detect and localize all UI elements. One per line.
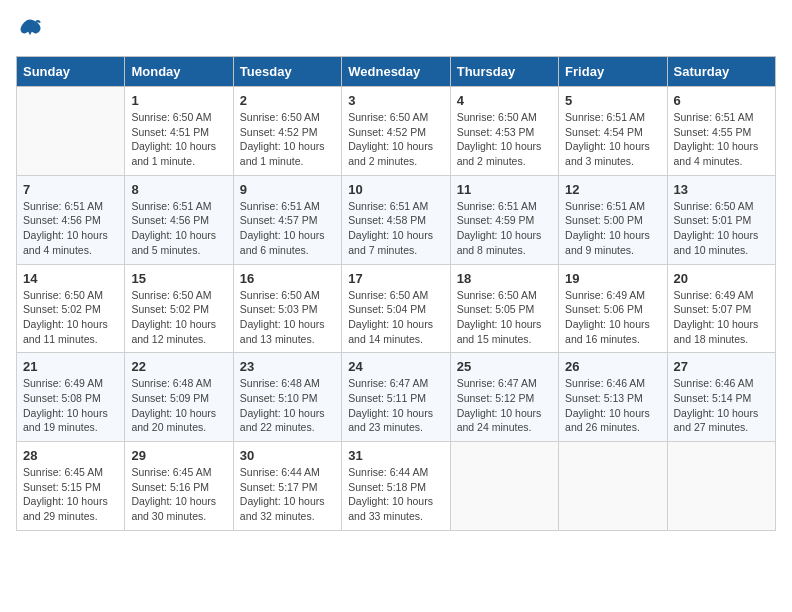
day-info: Sunrise: 6:50 AM Sunset: 4:52 PM Dayligh… bbox=[348, 110, 443, 169]
calendar-cell: 25Sunrise: 6:47 AM Sunset: 5:12 PM Dayli… bbox=[450, 353, 558, 442]
calendar-cell: 5Sunrise: 6:51 AM Sunset: 4:54 PM Daylig… bbox=[559, 87, 667, 176]
calendar-cell bbox=[667, 442, 775, 531]
calendar-cell: 20Sunrise: 6:49 AM Sunset: 5:07 PM Dayli… bbox=[667, 264, 775, 353]
day-info: Sunrise: 6:50 AM Sunset: 5:01 PM Dayligh… bbox=[674, 199, 769, 258]
bird-icon bbox=[16, 16, 44, 44]
calendar-cell: 10Sunrise: 6:51 AM Sunset: 4:58 PM Dayli… bbox=[342, 175, 450, 264]
calendar-cell: 23Sunrise: 6:48 AM Sunset: 5:10 PM Dayli… bbox=[233, 353, 341, 442]
calendar-cell: 4Sunrise: 6:50 AM Sunset: 4:53 PM Daylig… bbox=[450, 87, 558, 176]
calendar-cell: 8Sunrise: 6:51 AM Sunset: 4:56 PM Daylig… bbox=[125, 175, 233, 264]
day-info: Sunrise: 6:50 AM Sunset: 5:05 PM Dayligh… bbox=[457, 288, 552, 347]
day-number: 17 bbox=[348, 271, 443, 286]
day-number: 6 bbox=[674, 93, 769, 108]
day-number: 26 bbox=[565, 359, 660, 374]
day-number: 2 bbox=[240, 93, 335, 108]
calendar-cell: 18Sunrise: 6:50 AM Sunset: 5:05 PM Dayli… bbox=[450, 264, 558, 353]
day-number: 19 bbox=[565, 271, 660, 286]
column-header-tuesday: Tuesday bbox=[233, 57, 341, 87]
calendar-cell: 27Sunrise: 6:46 AM Sunset: 5:14 PM Dayli… bbox=[667, 353, 775, 442]
calendar-cell: 2Sunrise: 6:50 AM Sunset: 4:52 PM Daylig… bbox=[233, 87, 341, 176]
day-info: Sunrise: 6:50 AM Sunset: 5:03 PM Dayligh… bbox=[240, 288, 335, 347]
day-info: Sunrise: 6:51 AM Sunset: 5:00 PM Dayligh… bbox=[565, 199, 660, 258]
day-info: Sunrise: 6:51 AM Sunset: 4:59 PM Dayligh… bbox=[457, 199, 552, 258]
calendar-cell: 14Sunrise: 6:50 AM Sunset: 5:02 PM Dayli… bbox=[17, 264, 125, 353]
calendar-week-3: 14Sunrise: 6:50 AM Sunset: 5:02 PM Dayli… bbox=[17, 264, 776, 353]
calendar-week-5: 28Sunrise: 6:45 AM Sunset: 5:15 PM Dayli… bbox=[17, 442, 776, 531]
day-info: Sunrise: 6:47 AM Sunset: 5:11 PM Dayligh… bbox=[348, 376, 443, 435]
calendar-week-2: 7Sunrise: 6:51 AM Sunset: 4:56 PM Daylig… bbox=[17, 175, 776, 264]
day-number: 29 bbox=[131, 448, 226, 463]
column-header-wednesday: Wednesday bbox=[342, 57, 450, 87]
day-number: 10 bbox=[348, 182, 443, 197]
day-number: 21 bbox=[23, 359, 118, 374]
day-info: Sunrise: 6:51 AM Sunset: 4:55 PM Dayligh… bbox=[674, 110, 769, 169]
calendar-cell: 1Sunrise: 6:50 AM Sunset: 4:51 PM Daylig… bbox=[125, 87, 233, 176]
calendar-cell: 21Sunrise: 6:49 AM Sunset: 5:08 PM Dayli… bbox=[17, 353, 125, 442]
day-info: Sunrise: 6:50 AM Sunset: 5:04 PM Dayligh… bbox=[348, 288, 443, 347]
day-info: Sunrise: 6:50 AM Sunset: 4:52 PM Dayligh… bbox=[240, 110, 335, 169]
calendar-cell: 9Sunrise: 6:51 AM Sunset: 4:57 PM Daylig… bbox=[233, 175, 341, 264]
calendar-body: 1Sunrise: 6:50 AM Sunset: 4:51 PM Daylig… bbox=[17, 87, 776, 531]
calendar-cell: 26Sunrise: 6:46 AM Sunset: 5:13 PM Dayli… bbox=[559, 353, 667, 442]
day-number: 1 bbox=[131, 93, 226, 108]
column-header-saturday: Saturday bbox=[667, 57, 775, 87]
day-number: 30 bbox=[240, 448, 335, 463]
calendar-cell: 6Sunrise: 6:51 AM Sunset: 4:55 PM Daylig… bbox=[667, 87, 775, 176]
day-info: Sunrise: 6:51 AM Sunset: 4:57 PM Dayligh… bbox=[240, 199, 335, 258]
day-info: Sunrise: 6:49 AM Sunset: 5:06 PM Dayligh… bbox=[565, 288, 660, 347]
day-info: Sunrise: 6:51 AM Sunset: 4:54 PM Dayligh… bbox=[565, 110, 660, 169]
calendar-cell bbox=[450, 442, 558, 531]
day-number: 7 bbox=[23, 182, 118, 197]
day-info: Sunrise: 6:48 AM Sunset: 5:10 PM Dayligh… bbox=[240, 376, 335, 435]
calendar-cell: 3Sunrise: 6:50 AM Sunset: 4:52 PM Daylig… bbox=[342, 87, 450, 176]
day-info: Sunrise: 6:50 AM Sunset: 4:53 PM Dayligh… bbox=[457, 110, 552, 169]
day-info: Sunrise: 6:46 AM Sunset: 5:14 PM Dayligh… bbox=[674, 376, 769, 435]
day-info: Sunrise: 6:45 AM Sunset: 5:16 PM Dayligh… bbox=[131, 465, 226, 524]
day-number: 4 bbox=[457, 93, 552, 108]
day-info: Sunrise: 6:49 AM Sunset: 5:07 PM Dayligh… bbox=[674, 288, 769, 347]
day-info: Sunrise: 6:46 AM Sunset: 5:13 PM Dayligh… bbox=[565, 376, 660, 435]
day-number: 13 bbox=[674, 182, 769, 197]
day-number: 24 bbox=[348, 359, 443, 374]
calendar-week-4: 21Sunrise: 6:49 AM Sunset: 5:08 PM Dayli… bbox=[17, 353, 776, 442]
calendar-week-1: 1Sunrise: 6:50 AM Sunset: 4:51 PM Daylig… bbox=[17, 87, 776, 176]
day-number: 11 bbox=[457, 182, 552, 197]
day-info: Sunrise: 6:44 AM Sunset: 5:18 PM Dayligh… bbox=[348, 465, 443, 524]
calendar-cell: 15Sunrise: 6:50 AM Sunset: 5:02 PM Dayli… bbox=[125, 264, 233, 353]
day-number: 3 bbox=[348, 93, 443, 108]
day-info: Sunrise: 6:51 AM Sunset: 4:56 PM Dayligh… bbox=[131, 199, 226, 258]
calendar-cell: 7Sunrise: 6:51 AM Sunset: 4:56 PM Daylig… bbox=[17, 175, 125, 264]
day-number: 20 bbox=[674, 271, 769, 286]
calendar-cell: 31Sunrise: 6:44 AM Sunset: 5:18 PM Dayli… bbox=[342, 442, 450, 531]
day-info: Sunrise: 6:50 AM Sunset: 4:51 PM Dayligh… bbox=[131, 110, 226, 169]
day-number: 18 bbox=[457, 271, 552, 286]
column-header-thursday: Thursday bbox=[450, 57, 558, 87]
calendar-cell: 19Sunrise: 6:49 AM Sunset: 5:06 PM Dayli… bbox=[559, 264, 667, 353]
day-info: Sunrise: 6:50 AM Sunset: 5:02 PM Dayligh… bbox=[131, 288, 226, 347]
day-number: 28 bbox=[23, 448, 118, 463]
calendar-cell: 28Sunrise: 6:45 AM Sunset: 5:15 PM Dayli… bbox=[17, 442, 125, 531]
logo bbox=[16, 16, 48, 44]
day-number: 16 bbox=[240, 271, 335, 286]
column-header-monday: Monday bbox=[125, 57, 233, 87]
day-info: Sunrise: 6:51 AM Sunset: 4:58 PM Dayligh… bbox=[348, 199, 443, 258]
day-info: Sunrise: 6:51 AM Sunset: 4:56 PM Dayligh… bbox=[23, 199, 118, 258]
calendar-cell bbox=[559, 442, 667, 531]
column-header-sunday: Sunday bbox=[17, 57, 125, 87]
calendar-cell: 30Sunrise: 6:44 AM Sunset: 5:17 PM Dayli… bbox=[233, 442, 341, 531]
day-info: Sunrise: 6:47 AM Sunset: 5:12 PM Dayligh… bbox=[457, 376, 552, 435]
day-info: Sunrise: 6:48 AM Sunset: 5:09 PM Dayligh… bbox=[131, 376, 226, 435]
day-number: 15 bbox=[131, 271, 226, 286]
day-info: Sunrise: 6:50 AM Sunset: 5:02 PM Dayligh… bbox=[23, 288, 118, 347]
page-header bbox=[16, 16, 776, 44]
day-info: Sunrise: 6:44 AM Sunset: 5:17 PM Dayligh… bbox=[240, 465, 335, 524]
calendar-header-row: SundayMondayTuesdayWednesdayThursdayFrid… bbox=[17, 57, 776, 87]
calendar-cell: 16Sunrise: 6:50 AM Sunset: 5:03 PM Dayli… bbox=[233, 264, 341, 353]
calendar-cell: 24Sunrise: 6:47 AM Sunset: 5:11 PM Dayli… bbox=[342, 353, 450, 442]
calendar-table: SundayMondayTuesdayWednesdayThursdayFrid… bbox=[16, 56, 776, 531]
calendar-cell bbox=[17, 87, 125, 176]
day-number: 22 bbox=[131, 359, 226, 374]
calendar-cell: 17Sunrise: 6:50 AM Sunset: 5:04 PM Dayli… bbox=[342, 264, 450, 353]
day-number: 8 bbox=[131, 182, 226, 197]
day-info: Sunrise: 6:45 AM Sunset: 5:15 PM Dayligh… bbox=[23, 465, 118, 524]
